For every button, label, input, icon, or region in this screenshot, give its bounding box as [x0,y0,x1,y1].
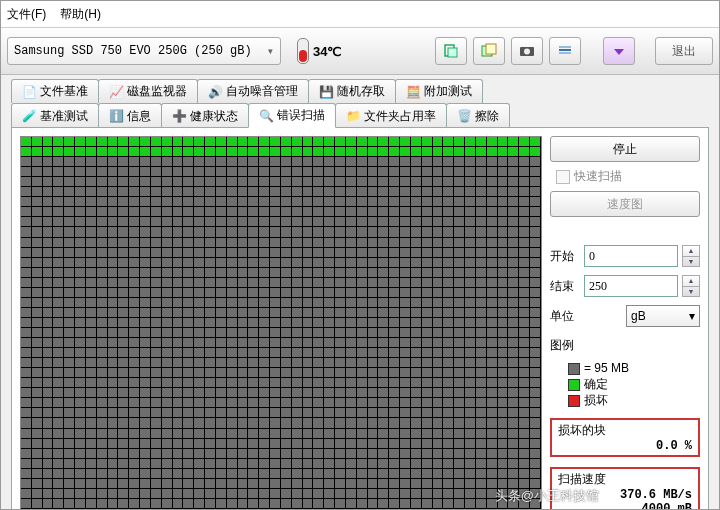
tab-信息[interactable]: ℹ️信息 [98,103,162,128]
menubar: 文件(F) 帮助(H) [1,1,719,28]
tab-icon: 📁 [346,109,360,123]
tab-健康状态[interactable]: ➕健康状态 [161,103,249,128]
temperature-display: 34℃ [297,38,342,64]
menu-help[interactable]: 帮助(H) [60,6,101,23]
tab-磁盘监视器[interactable]: 📈磁盘监视器 [98,79,198,103]
svg-rect-8 [559,52,571,54]
tab-icon: ➕ [172,109,186,123]
side-panel: 停止 快速扫描 速度图 开始 0 ▲▼ 结束 250 ▲▼ 单位 gB▾ 图例 … [550,136,700,510]
screenshot-button[interactable] [511,37,543,65]
tab-附加测试[interactable]: 🧮附加测试 [395,79,483,103]
tab-icon: 🔊 [208,85,222,99]
chevron-down-icon: ▾ [689,309,695,323]
tab-擦除[interactable]: 🗑️擦除 [446,103,510,128]
checkbox-icon [556,170,570,184]
start-field: 开始 0 ▲▼ [550,245,700,267]
drive-select[interactable]: Samsung SSD 750 EVO 250G (250 gB) ▾ [7,37,281,65]
speedmap-button[interactable]: 速度图 [550,191,700,217]
menu-file[interactable]: 文件(F) [7,6,46,23]
tab-错误扫描[interactable]: 🔍错误扫描 [248,103,336,128]
tab-content: 停止 快速扫描 速度图 开始 0 ▲▼ 结束 250 ▲▼ 单位 gB▾ 图例 … [11,127,709,510]
tabs: 📄文件基准📈磁盘监视器🔊自动噪音管理💾随机存取🧮附加测试 🧪基准测试ℹ️信息➕健… [1,75,719,128]
svg-rect-3 [486,44,496,54]
stop-button[interactable]: 停止 [550,136,700,162]
thermometer-icon [297,38,309,64]
copy-screenshot-button[interactable] [473,37,505,65]
tab-icon: ℹ️ [109,109,123,123]
tab-icon: 🧮 [406,85,420,99]
unit-field: 单位 gB▾ [550,305,700,327]
tab-自动噪音管理[interactable]: 🔊自动噪音管理 [197,79,309,103]
tab-icon: 📄 [22,85,36,99]
tab-基准测试[interactable]: 🧪基准测试 [11,103,99,128]
tab-icon: 💾 [319,85,333,99]
quick-scan-checkbox[interactable]: 快速扫描 [556,168,700,185]
drive-label: Samsung SSD 750 EVO 250G (250 gB) [14,44,252,58]
damaged-blocks-box: 损坏的块 0.0 % [550,418,700,457]
legend-title: 图例 [550,337,700,354]
tab-icon: 🧪 [22,109,36,123]
temperature-value: 34℃ [313,44,342,59]
tab-随机存取[interactable]: 💾随机存取 [308,79,396,103]
svg-rect-6 [559,49,571,51]
legend: = 95 MB 确定 损坏 [568,360,700,408]
svg-rect-1 [448,48,457,57]
tab-icon: 🔍 [259,109,273,123]
toolbar: Samsung SSD 750 EVO 250G (250 gB) ▾ 34℃ … [1,28,719,75]
chevron-down-icon: ▾ [267,44,274,59]
start-input[interactable]: 0 [584,245,678,267]
svg-rect-7 [559,46,571,48]
tab-文件夹占用率[interactable]: 📁文件夹占用率 [335,103,447,128]
svg-point-5 [524,49,530,55]
copy-info-button[interactable] [435,37,467,65]
start-spinner[interactable]: ▲▼ [682,245,700,267]
end-input[interactable]: 250 [584,275,678,297]
tab-icon: 📈 [109,85,123,99]
unit-select[interactable]: gB▾ [626,305,700,327]
options-button[interactable] [549,37,581,65]
end-spinner[interactable]: ▲▼ [682,275,700,297]
exit-button[interactable]: 退出 [655,37,713,65]
watermark: 头条@小王科技馆 [495,487,599,505]
scan-grid [20,136,542,510]
end-field: 结束 250 ▲▼ [550,275,700,297]
minimize-to-tray-button[interactable] [603,37,635,65]
tab-文件基准[interactable]: 📄文件基准 [11,79,99,103]
tab-icon: 🗑️ [457,109,471,123]
